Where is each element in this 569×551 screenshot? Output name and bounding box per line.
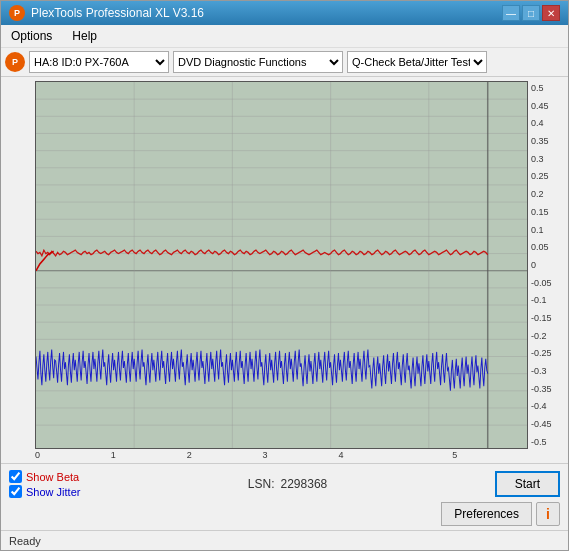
show-beta-label: Show Beta (26, 471, 79, 483)
show-jitter-checkbox[interactable] (9, 485, 22, 498)
menu-options[interactable]: Options (5, 27, 58, 45)
status-bar: Ready (1, 530, 568, 550)
bottom-row2: Preferences i (9, 502, 560, 526)
drive-icon: P (5, 52, 25, 72)
main-window: P PlexTools Professional XL V3.16 — □ ✕ … (0, 0, 569, 551)
start-button[interactable]: Start (495, 471, 560, 497)
chart-inner: High Low (35, 81, 528, 449)
info-icon: i (546, 506, 550, 522)
window-title: PlexTools Professional XL V3.16 (31, 6, 204, 20)
maximize-button[interactable]: □ (522, 5, 540, 21)
app-icon: P (9, 5, 25, 21)
test-select[interactable]: Q-Check Beta/Jitter Test (347, 51, 487, 73)
lsn-area: LSN: 2298368 (248, 477, 327, 491)
svg-rect-0 (36, 82, 527, 448)
checkboxes: Show Beta Show Jitter (9, 470, 80, 498)
show-beta-checkbox[interactable] (9, 470, 22, 483)
menu-bar: Options Help (1, 25, 568, 48)
y-axis-left (5, 81, 35, 449)
bottom-panel: Show Beta Show Jitter LSN: 2298368 Start… (1, 463, 568, 530)
chart-svg (36, 82, 527, 448)
x-axis: 0 1 2 3 4 5 (35, 449, 528, 461)
info-button[interactable]: i (536, 502, 560, 526)
lsn-label: LSN: (248, 477, 275, 491)
bottom-row1: Show Beta Show Jitter LSN: 2298368 Start (9, 470, 560, 498)
show-jitter-row: Show Jitter (9, 485, 80, 498)
function-select[interactable]: DVD Diagnostic Functions (173, 51, 343, 73)
title-controls: — □ ✕ (502, 5, 560, 21)
show-jitter-label: Show Jitter (26, 486, 80, 498)
menu-help[interactable]: Help (66, 27, 103, 45)
status-text: Ready (9, 535, 41, 547)
show-beta-row: Show Beta (9, 470, 80, 483)
title-bar: P PlexTools Professional XL V3.16 — □ ✕ (1, 1, 568, 25)
chart-container: High Low (5, 81, 564, 449)
lsn-value: 2298368 (281, 477, 328, 491)
minimize-button[interactable]: — (502, 5, 520, 21)
toolbar: P HA:8 ID:0 PX-760A DVD Diagnostic Funct… (1, 48, 568, 77)
close-button[interactable]: ✕ (542, 5, 560, 21)
chart-area: High Low (1, 77, 568, 463)
y-axis-right: 0.5 0.45 0.4 0.35 0.3 0.25 0.2 0.15 0.1 … (528, 81, 564, 449)
preferences-button[interactable]: Preferences (441, 502, 532, 526)
drive-select[interactable]: HA:8 ID:0 PX-760A (29, 51, 169, 73)
title-bar-left: P PlexTools Professional XL V3.16 (9, 5, 204, 21)
